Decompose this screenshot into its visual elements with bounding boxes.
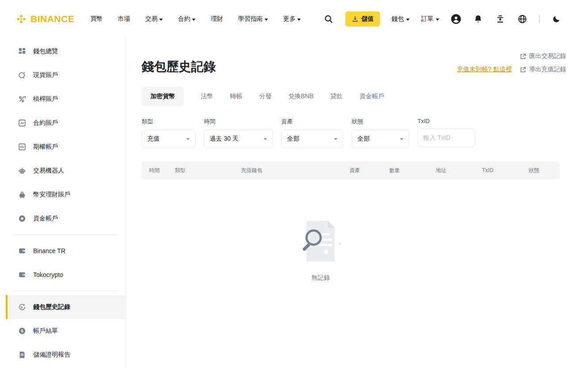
sidebar-item-wallet-history[interactable]: $ 錢包歷史記錄 [6, 295, 126, 319]
options-chart-icon [18, 142, 27, 151]
futures-chart-icon [18, 119, 27, 127]
column-txid: TxID [475, 167, 521, 173]
download-icon [352, 15, 359, 23]
sidebar-item-tokocrypto[interactable]: Tokocrypto [6, 263, 126, 287]
sidebar-item-label: 合約賬戶 [33, 119, 58, 127]
export-deposits-link[interactable]: 導出充值記錄 [520, 65, 566, 73]
binance-diamond-icon [15, 13, 27, 25]
theme-moon-icon[interactable] [551, 14, 562, 24]
sidebar-item-label: 帳戶結單 [33, 327, 58, 335]
tab-transfer[interactable]: 轉帳 [230, 87, 242, 106]
column-asset: 資產 [342, 167, 382, 174]
wallet-sidebar: 錢包總覽 現貨賬戶 槓桿賬戶 合約賬戶 期權帳戶 交易機器人 幣安理財賬戶 資 [0, 38, 126, 367]
user-profile-icon[interactable] [451, 14, 461, 24]
svg-text:$: $ [21, 328, 23, 333]
sidebar-item-label: 期權帳戶 [33, 143, 58, 151]
filter-status-label: 狀態 [352, 118, 409, 126]
nav-markets[interactable]: 市場 [118, 15, 130, 23]
binance-logo[interactable]: BINANCE [15, 13, 74, 25]
sidebar-item-margin-account[interactable]: 槓桿賬戶 [6, 87, 126, 111]
export-icon [520, 53, 526, 60]
sidebar-item-binance-tr[interactable]: Binance TR [6, 239, 126, 263]
trading-bot-icon [18, 166, 27, 175]
filter-time: 時間 過去 30 天 [204, 118, 273, 148]
margin-percent-icon [18, 95, 27, 104]
sidebar-item-label: 錢包總覽 [33, 47, 58, 55]
notifications-bell-icon[interactable] [473, 14, 483, 24]
chevron-down-icon [406, 19, 410, 21]
page-title: 錢包歷史記錄 [142, 58, 216, 75]
nav-more[interactable]: 更多 [283, 15, 301, 23]
filter-txid-label: TxID [418, 118, 475, 124]
tab-fiat[interactable]: 法幣 [201, 87, 213, 106]
filter-type-label: 類型 [142, 118, 196, 126]
type-select[interactable]: 充值 [142, 130, 196, 148]
chevron-down-icon [186, 138, 190, 140]
filter-bar: 類型 充值 時間 過去 30 天 資產 全部 [142, 118, 566, 148]
sidebar-item-wallet-overview[interactable]: 錢包總覽 [6, 39, 126, 63]
deposit-button[interactable]: 儲值 [345, 12, 380, 27]
sidebar-item-proof-of-reserves[interactable]: 儲備證明報告 [6, 343, 126, 367]
sidebar-item-label: 幣安理財賬戶 [33, 191, 70, 199]
orders-menu[interactable]: 訂單 [421, 15, 439, 23]
txid-input[interactable] [418, 128, 475, 147]
nav-trade[interactable]: 交易 [145, 15, 163, 23]
filter-status: 狀態 全部 [352, 118, 409, 148]
asset-select[interactable]: 全部 [281, 130, 343, 148]
sidebar-item-label: 資金帳戶 [33, 215, 58, 223]
chevron-down-icon [264, 19, 268, 21]
column-time: 時間 [142, 167, 167, 174]
download-app-icon[interactable] [495, 14, 506, 24]
sidebar-item-label: Tokocrypto [33, 271, 63, 278]
svg-text:$: $ [21, 305, 23, 309]
funding-coin-icon [18, 214, 27, 223]
search-icon[interactable] [323, 14, 334, 24]
sidebar-item-account-statement[interactable]: $ 帳戶結單 [6, 319, 126, 343]
status-select[interactable]: 全部 [352, 130, 409, 148]
chevron-down-icon [192, 19, 196, 21]
no-records-illustration [299, 218, 343, 268]
export-icon [520, 66, 526, 73]
logo-text: BINANCE [31, 14, 74, 24]
nav-academy[interactable]: 學習指南 [238, 15, 268, 23]
tab-funding-account[interactable]: 資金帳戶 [360, 87, 384, 106]
deposit-not-arrived-link[interactable]: 充值未到帳? 點這裡 [457, 65, 512, 73]
sidebar-item-futures-account[interactable]: 合約賬戶 [6, 111, 126, 135]
wallet-history-main: 錢包歷史記錄 匯出交易記錄 充值未到帳? 點這裡 導出充值記錄 [126, 38, 575, 367]
time-select-value: 過去 30 天 [210, 135, 238, 143]
filter-asset: 資產 全部 [281, 118, 343, 148]
sidebar-item-options-account[interactable]: 期權帳戶 [6, 135, 126, 159]
sidebar-item-earn-account[interactable]: 幣安理財賬戶 [6, 183, 126, 207]
time-select[interactable]: 過去 30 天 [204, 130, 273, 148]
sidebar-item-trading-bots[interactable]: 交易機器人 [6, 159, 126, 183]
tab-crypto[interactable]: 加密貨幣 [142, 87, 184, 106]
sidebar-item-label: Binance TR [33, 247, 65, 254]
empty-state-text: 無記錄 [311, 274, 330, 282]
sidebar-divider [13, 291, 118, 291]
history-dollar-icon: $ [18, 303, 27, 311]
title-row: 錢包歷史記錄 匯出交易記錄 充值未到帳? 點這裡 導出充值記錄 [142, 50, 566, 75]
nav-buy-crypto[interactable]: 買幣 [90, 15, 103, 23]
column-address: 地址 [428, 167, 475, 174]
nav-earn[interactable]: 理財 [211, 15, 223, 23]
nav-futures[interactable]: 合約 [178, 15, 196, 23]
chevron-down-icon [264, 138, 267, 140]
spot-coin-icon [18, 71, 27, 80]
tab-distribution[interactable]: 分發 [259, 87, 272, 106]
report-document-icon [18, 350, 27, 359]
wallet-menu[interactable]: 錢包 [391, 15, 410, 23]
tab-convert-bnb[interactable]: 兌換BNB [288, 87, 314, 106]
export-trades-link[interactable]: 匯出交易記錄 [520, 52, 566, 60]
sidebar-item-label: 現貨賬戶 [33, 71, 58, 79]
asset-select-value: 全部 [287, 135, 299, 143]
sidebar-item-funding-account[interactable]: 資金帳戶 [6, 207, 126, 231]
tab-loan[interactable]: 貸款 [330, 87, 343, 106]
language-globe-icon[interactable] [517, 14, 528, 24]
filter-type: 類型 充值 [142, 118, 196, 148]
wallet-icon [18, 246, 27, 255]
chevron-down-icon [159, 19, 163, 21]
chevron-down-icon [297, 19, 301, 21]
sidebar-item-spot-account[interactable]: 現貨賬戶 [6, 63, 126, 87]
column-type: 類型 [167, 167, 234, 174]
earn-piggy-icon [18, 190, 27, 199]
